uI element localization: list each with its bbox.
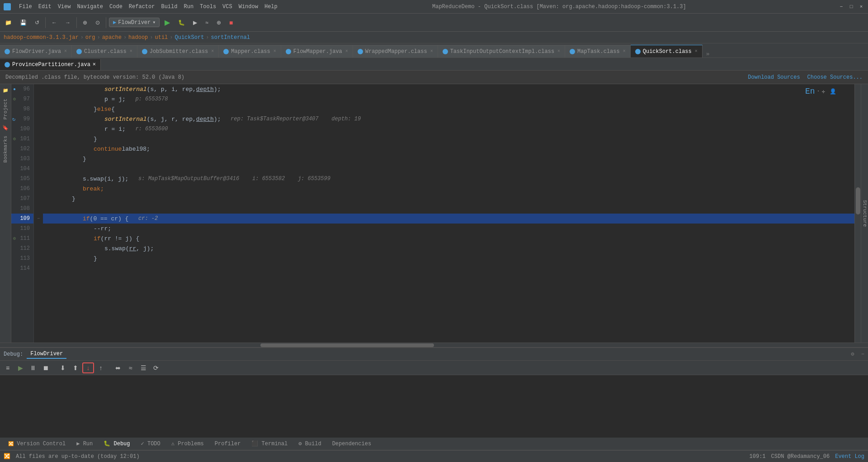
crumb-apache[interactable]: apache <box>102 34 122 41</box>
fold-109[interactable]: − <box>34 214 43 224</box>
menu-view[interactable]: View <box>55 3 74 11</box>
toolbar-back-btn[interactable]: ← <box>48 16 60 29</box>
tab-close-provincepartitioner[interactable]: × <box>93 62 96 68</box>
tab-version-control[interactable]: 🔀 Version Control <box>4 440 70 448</box>
debug-step-into-button[interactable]: ⬆ <box>70 362 81 373</box>
scrollbar-thumb[interactable] <box>856 187 860 214</box>
tab-profiler[interactable]: Profiler <box>210 440 245 448</box>
debug-minimize-button[interactable]: − <box>861 351 864 357</box>
tab-more-button[interactable]: » <box>703 51 713 57</box>
fold-103[interactable] <box>34 154 43 164</box>
maximize-button[interactable]: □ <box>848 4 854 10</box>
debug-rerun-button[interactable]: ≡ <box>2 362 14 373</box>
coverage-button[interactable]: ▶ <box>190 16 200 29</box>
tab-close-maptask[interactable]: × <box>623 49 626 54</box>
debug-step-over-button[interactable]: ⬇ <box>57 362 69 373</box>
minimize-button[interactable]: − <box>838 4 844 10</box>
menu-run[interactable]: Run <box>181 3 196 11</box>
tab-cluster[interactable]: Cluster.class × <box>72 45 137 57</box>
tab-close-taskcontext[interactable]: × <box>557 49 560 54</box>
debug-evaluate-button[interactable]: ≈ <box>125 362 137 373</box>
download-sources-link[interactable]: Download Sources <box>748 74 800 81</box>
project-panel-icon[interactable]: 📁 <box>1 86 10 95</box>
toolbar-file-btn[interactable]: 📁 <box>2 16 15 29</box>
menu-code[interactable]: Code <box>107 3 125 11</box>
structure-label[interactable]: Structure <box>862 200 868 227</box>
run-config-selector[interactable]: ▶ FlowDriver ▾ <box>109 18 160 27</box>
toolbar-reload-btn[interactable]: ↺ <box>32 16 42 29</box>
crumb-quicksort[interactable]: QuickSort <box>175 34 204 41</box>
choose-sources-link[interactable]: Choose Sources... <box>807 74 863 81</box>
menu-bar[interactable]: File Edit View Navigate Code Refactor Bu… <box>16 3 280 11</box>
tab-debug[interactable]: 🐛 Debug <box>99 439 134 448</box>
bookmarks-label[interactable]: Bookmarks <box>3 134 8 164</box>
toolbar-nav-btn[interactable]: ⊕ <box>80 16 90 29</box>
fold-97[interactable] <box>34 94 43 104</box>
fold-100[interactable] <box>34 124 43 134</box>
tab-dependencies[interactable]: Dependencies <box>328 440 376 448</box>
tab-wrappedmapper[interactable]: WrappedMapper.class × <box>353 45 438 57</box>
debug-force-step-into-button[interactable]: ↓ <box>82 362 94 373</box>
tab-close-quicksort[interactable]: × <box>695 49 698 54</box>
crumb-jar[interactable]: hadoop-common-3.1.3.jar <box>4 34 79 41</box>
status-event-log[interactable]: Event Log <box>835 453 864 460</box>
tab-close-flowmapper[interactable]: × <box>345 49 348 54</box>
more-run-button[interactable]: ⊕ <box>213 16 224 29</box>
tab-close-wrappedmapper[interactable]: × <box>430 49 433 54</box>
tab-flowmapper[interactable]: FlowMapper.java × <box>281 45 353 57</box>
tab-mapper[interactable]: Mapper.class × <box>219 45 281 57</box>
menu-file[interactable]: File <box>16 3 35 11</box>
debug-frames-button[interactable]: ☰ <box>137 362 149 373</box>
debug-run-to-cursor-button[interactable]: ⬌ <box>112 362 124 373</box>
tab-close-flowdriver[interactable]: × <box>64 49 67 54</box>
bookmarks-icon[interactable]: 🔖 <box>1 123 10 132</box>
debug-tab-flowdriver[interactable]: FlowDriver <box>27 350 66 359</box>
fold-98[interactable] <box>34 104 43 114</box>
menu-vcs[interactable]: VCS <box>220 3 235 11</box>
project-panel-label[interactable]: Project <box>3 97 8 121</box>
profile-button[interactable]: ≈ <box>202 16 212 29</box>
tab-build[interactable]: ⚙ Build <box>294 439 326 448</box>
tab-run[interactable]: ▶ Run <box>72 439 97 448</box>
debug-threads-button[interactable]: ⟳ <box>150 362 162 373</box>
tab-close-jobsubmitter[interactable]: × <box>211 49 214 54</box>
vertical-scrollbar[interactable] <box>854 84 861 343</box>
tab-provincepartitioner[interactable]: ProvincePartitioner.java × <box>0 59 101 70</box>
toolbar-forward-btn[interactable]: → <box>62 16 74 29</box>
fold-99[interactable] <box>34 114 43 124</box>
structure-panel[interactable]: Structure <box>861 84 868 343</box>
tab-maptask[interactable]: MapTask.class × <box>565 45 631 57</box>
fold-102[interactable] <box>34 144 43 154</box>
debug-pause-button[interactable]: ⏸ <box>27 362 39 373</box>
tab-quicksort[interactable]: QuickSort.class × <box>631 45 703 57</box>
stop-button[interactable]: ■ <box>226 16 236 29</box>
horizontal-scrollbar[interactable] <box>0 343 868 347</box>
tab-problems[interactable]: ⚠ Problems <box>167 439 208 448</box>
close-button[interactable]: × <box>858 4 864 10</box>
debug-resume-button[interactable]: ▶ <box>14 362 26 373</box>
fold-101[interactable] <box>34 134 43 144</box>
crumb-util[interactable]: util <box>155 34 168 41</box>
toolbar-save-btn[interactable]: 💾 <box>17 16 30 29</box>
menu-help[interactable]: Help <box>262 3 280 11</box>
debug-settings-button[interactable]: ⚙ <box>848 349 858 359</box>
menu-build[interactable]: Build <box>158 3 180 11</box>
menu-navigate[interactable]: Navigate <box>74 3 106 11</box>
tab-close-mapper[interactable]: × <box>274 49 276 54</box>
tab-close-cluster[interactable]: × <box>130 49 132 54</box>
tab-flowdriver[interactable]: FlowDriver.java × <box>0 45 72 57</box>
tab-jobsubmitter[interactable]: JobSubmitter.class × <box>137 45 219 57</box>
window-controls[interactable]: − □ × <box>838 4 864 10</box>
menu-tools[interactable]: Tools <box>197 3 219 11</box>
crumb-hadoop[interactable]: hadoop <box>128 34 148 41</box>
toolbar-target-btn[interactable]: ⊙ <box>92 16 103 29</box>
crumb-org[interactable]: org <box>85 34 95 41</box>
tab-taskcontext[interactable]: TaskInputOutputContextImpl.class × <box>438 45 565 57</box>
tab-todo[interactable]: ✓ TODO <box>137 439 165 448</box>
run-button[interactable]: ▶ <box>161 16 173 29</box>
debug-stop-button[interactable]: ⏹ <box>40 362 52 373</box>
debug-step-out-button[interactable]: ↑ <box>95 362 107 373</box>
debug-button[interactable]: 🐛 <box>175 16 188 29</box>
crumb-sortinternal[interactable]: sortInternal <box>211 34 250 41</box>
menu-window[interactable]: Window <box>236 3 261 11</box>
